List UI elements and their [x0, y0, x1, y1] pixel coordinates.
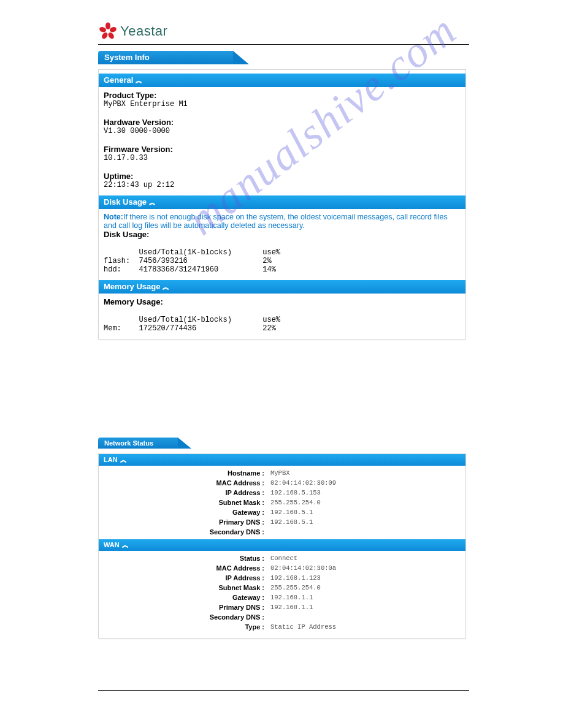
svg-point-0	[105, 23, 110, 29]
kv-value: 02:04:14:02:30:0a	[267, 563, 336, 573]
kv-row: Primary DNS :192.168.5.1	[99, 517, 465, 527]
disk-row-hdd: hdd: 41783368/312471960 14%	[104, 265, 461, 274]
disk-col-head: Used/Total(1K-blocks) use%	[104, 248, 461, 257]
kv-row: Hostname :MyPBX	[99, 468, 465, 478]
uptime-label: Uptime:	[104, 172, 461, 181]
svg-point-2	[107, 31, 115, 40]
kv-value: 02:04:14:02:30:09	[267, 478, 336, 488]
kv-row: Primary DNS :192.168.1.1	[99, 602, 465, 612]
kv-label: Type :	[99, 622, 267, 632]
kv-value: 192.168.1.1	[267, 593, 313, 602]
uptime-value: 22:13:43 up 2:12	[104, 181, 461, 189]
svg-point-4	[99, 26, 107, 33]
mem-row: Mem: 172520/774436 22%	[104, 324, 461, 333]
kv-value: 192.168.5.153	[267, 488, 321, 498]
kv-value: 255.255.254.0	[267, 498, 321, 507]
disk-row-flash: flash: 7456/393216 2%	[104, 257, 461, 265]
wan-rows: Status :ConnectMAC Address :02:04:14:02:…	[99, 551, 465, 634]
kv-label: Secondary DNS :	[99, 527, 267, 537]
chevron-up-icon: ︽	[163, 283, 169, 290]
kv-row: Gateway :192.168.1.1	[99, 593, 465, 602]
kv-value: Connect	[267, 553, 297, 563]
kv-label: MAC Address :	[99, 563, 267, 573]
kv-value: 255.255.254.0	[267, 583, 321, 593]
kv-value: MyPBX	[267, 468, 290, 478]
kv-row: Secondary DNS :	[99, 527, 465, 537]
disk-usage-label: Disk Usage:	[104, 230, 461, 239]
kv-row: Gateway :192.168.5.1	[99, 507, 465, 517]
wan-header[interactable]: WAN︽	[99, 539, 465, 551]
kv-row: IP Address :192.168.5.153	[99, 488, 465, 498]
disk-usage-note: Note:If there is not enough disk space o…	[104, 213, 461, 230]
system-info-tab: System Info	[98, 51, 233, 64]
kv-label: MAC Address :	[99, 478, 267, 488]
network-status-title: Network Status	[104, 439, 153, 447]
lan-header[interactable]: LAN︽	[99, 454, 465, 466]
kv-label: Subnet Mask :	[99, 583, 267, 593]
general-header[interactable]: General︽	[99, 74, 465, 87]
kv-row: MAC Address :02:04:14:02:30:0a	[99, 563, 465, 573]
kv-row: Subnet Mask :255.255.254.0	[99, 498, 465, 507]
kv-label: Gateway :	[99, 507, 267, 517]
yeastar-icon	[98, 21, 118, 41]
kv-row: Secondary DNS :	[99, 612, 465, 622]
chevron-up-icon: ︽	[136, 77, 142, 84]
bottom-divider	[98, 690, 469, 691]
kv-value	[267, 612, 270, 622]
kv-value: 192.168.5.1	[267, 517, 313, 527]
kv-label: Status :	[99, 553, 267, 563]
product-type-label: Product Type:	[104, 91, 461, 100]
chevron-up-icon: ︽	[149, 199, 156, 206]
kv-label: Hostname :	[99, 468, 267, 478]
kv-row: Status :Connect	[99, 553, 465, 563]
kv-value	[267, 527, 270, 537]
hardware-version-label: Hardware Version:	[104, 118, 461, 127]
kv-value: 192.168.1.123	[267, 573, 321, 583]
kv-row: Subnet Mask :255.255.254.0	[99, 583, 465, 593]
network-status-panel: LAN︽ Hostname :MyPBXMAC Address :02:04:1…	[98, 453, 466, 639]
kv-row: MAC Address :02:04:14:02:30:09	[99, 478, 465, 488]
kv-row: IP Address :192.168.1.123	[99, 573, 465, 583]
mem-col-head: Used/Total(1K-blocks) use%	[104, 316, 461, 324]
kv-value: Static IP Address	[267, 622, 336, 632]
chevron-up-icon: ︽	[122, 541, 129, 548]
memory-usage-label: Memory Usage:	[104, 297, 461, 306]
chevron-up-icon: ︽	[120, 456, 127, 463]
svg-point-3	[101, 31, 109, 40]
brand-name: Yeastar	[120, 23, 167, 39]
product-type-value: MyPBX Enterprise M1	[104, 100, 461, 108]
lan-rows: Hostname :MyPBXMAC Address :02:04:14:02:…	[99, 466, 465, 539]
kv-label: Subnet Mask :	[99, 498, 267, 507]
firmware-version-label: Firmware Version:	[104, 145, 461, 154]
memory-usage-header[interactable]: Memory Usage︽	[99, 280, 465, 294]
system-info-title: System Info	[104, 53, 150, 62]
kv-label: Primary DNS :	[99, 602, 267, 612]
disk-usage-header[interactable]: Disk Usage︽	[99, 195, 465, 209]
brand-logo: Yeastar	[98, 21, 469, 41]
system-info-panel: General︽ Product Type: MyPBX Enterprise …	[98, 69, 466, 339]
hardware-version-value: V1.30 0000-0000	[104, 127, 461, 135]
kv-label: IP Address :	[99, 488, 267, 498]
kv-label: Secondary DNS :	[99, 612, 267, 622]
kv-label: Gateway :	[99, 593, 267, 602]
kv-row: Type :Static IP Address	[99, 622, 465, 632]
kv-label: Primary DNS :	[99, 517, 267, 527]
kv-value: 192.168.5.1	[267, 507, 313, 517]
kv-label: IP Address :	[99, 573, 267, 583]
kv-value: 192.168.1.1	[267, 602, 313, 612]
firmware-version-value: 10.17.0.33	[104, 154, 461, 162]
svg-point-1	[109, 26, 117, 33]
top-divider	[98, 44, 469, 45]
network-status-tab: Network Status	[98, 438, 178, 449]
